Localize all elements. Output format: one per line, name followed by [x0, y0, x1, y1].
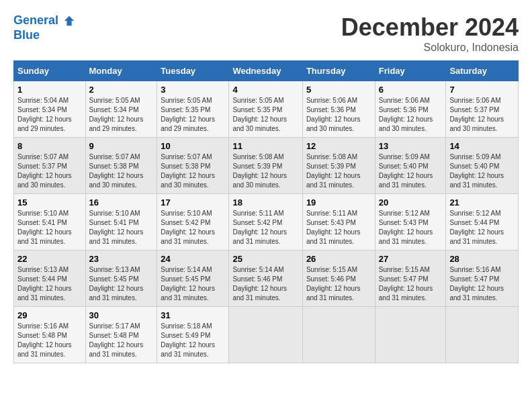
day-info: Sunrise: 5:13 AMSunset: 5:44 PMDaylight:…: [17, 266, 72, 302]
calendar-cell: [229, 307, 302, 363]
day-info: Sunrise: 5:07 AMSunset: 5:37 PMDaylight:…: [17, 153, 72, 189]
calendar-cell: 22 Sunrise: 5:13 AMSunset: 5:44 PMDaylig…: [14, 250, 86, 307]
day-info: Sunrise: 5:10 AMSunset: 5:41 PMDaylight:…: [17, 210, 72, 245]
calendar-cell: 25 Sunrise: 5:14 AMSunset: 5:46 PMDaylig…: [229, 250, 302, 307]
calendar-week-row: 8 Sunrise: 5:07 AMSunset: 5:37 PMDayligh…: [14, 138, 519, 194]
calendar-cell: 3 Sunrise: 5:05 AMSunset: 5:35 PMDayligh…: [157, 81, 229, 138]
day-number: 4: [232, 85, 298, 95]
day-number: 18: [232, 197, 298, 208]
day-info: Sunrise: 5:06 AMSunset: 5:37 PMDaylight:…: [449, 97, 504, 132]
day-number: 22: [17, 254, 82, 264]
calendar-cell: 11 Sunrise: 5:08 AMSunset: 5:39 PMDaylig…: [229, 138, 302, 194]
logo: General Blue: [13, 13, 75, 42]
day-info: Sunrise: 5:06 AMSunset: 5:36 PMDaylight:…: [379, 97, 433, 132]
day-info: Sunrise: 5:15 AMSunset: 5:46 PMDaylight:…: [306, 266, 361, 302]
weekday-header: Sunday: [14, 61, 86, 81]
day-info: Sunrise: 5:05 AMSunset: 5:34 PMDaylight:…: [89, 97, 144, 132]
calendar-cell: 20 Sunrise: 5:12 AMSunset: 5:43 PMDaylig…: [375, 194, 446, 250]
day-number: 16: [89, 197, 154, 208]
calendar-header-row: SundayMondayTuesdayWednesdayThursdayFrid…: [14, 61, 519, 81]
logo-text: General: [13, 13, 75, 28]
calendar-cell: 21 Sunrise: 5:12 AMSunset: 5:44 PMDaylig…: [446, 194, 519, 250]
logo-subtext: Blue: [13, 28, 75, 43]
calendar-cell: 5 Sunrise: 5:06 AMSunset: 5:36 PMDayligh…: [302, 81, 375, 138]
calendar-cell: 7 Sunrise: 5:06 AMSunset: 5:37 PMDayligh…: [446, 81, 519, 138]
day-info: Sunrise: 5:05 AMSunset: 5:35 PMDaylight:…: [232, 97, 287, 132]
calendar-week-row: 29 Sunrise: 5:16 AMSunset: 5:48 PMDaylig…: [14, 307, 519, 363]
day-info: Sunrise: 5:05 AMSunset: 5:35 PMDaylight:…: [161, 97, 215, 132]
month-title: December 2024: [341, 13, 519, 42]
day-number: 8: [17, 141, 82, 151]
calendar-cell: 30 Sunrise: 5:17 AMSunset: 5:48 PMDaylig…: [85, 307, 157, 363]
calendar-cell: 10 Sunrise: 5:07 AMSunset: 5:38 PMDaylig…: [157, 138, 229, 194]
day-number: 25: [232, 254, 298, 264]
day-info: Sunrise: 5:13 AMSunset: 5:45 PMDaylight:…: [89, 266, 144, 302]
location: Solokuro, Indonesia: [341, 42, 519, 54]
day-info: Sunrise: 5:15 AMSunset: 5:47 PMDaylight:…: [379, 266, 433, 302]
day-number: 12: [306, 141, 371, 151]
day-number: 3: [161, 85, 225, 95]
calendar-cell: 26 Sunrise: 5:15 AMSunset: 5:46 PMDaylig…: [302, 250, 375, 307]
day-number: 30: [89, 310, 154, 320]
day-number: 13: [379, 141, 443, 151]
calendar-cell: 17 Sunrise: 5:10 AMSunset: 5:42 PMDaylig…: [157, 194, 229, 250]
calendar-table: SundayMondayTuesdayWednesdayThursdayFrid…: [13, 60, 519, 363]
calendar-cell: 29 Sunrise: 5:16 AMSunset: 5:48 PMDaylig…: [14, 307, 86, 363]
day-info: Sunrise: 5:11 AMSunset: 5:42 PMDaylight:…: [232, 210, 287, 245]
calendar-cell: 27 Sunrise: 5:15 AMSunset: 5:47 PMDaylig…: [375, 250, 446, 307]
calendar-cell: 23 Sunrise: 5:13 AMSunset: 5:45 PMDaylig…: [85, 250, 157, 307]
day-number: 21: [449, 197, 515, 208]
day-number: 19: [306, 197, 371, 208]
day-number: 2: [89, 85, 154, 95]
day-info: Sunrise: 5:14 AMSunset: 5:45 PMDaylight:…: [161, 266, 215, 302]
day-info: Sunrise: 5:12 AMSunset: 5:44 PMDaylight:…: [449, 210, 504, 245]
day-number: 14: [449, 141, 515, 151]
calendar-cell: 15 Sunrise: 5:10 AMSunset: 5:41 PMDaylig…: [14, 194, 86, 250]
day-info: Sunrise: 5:09 AMSunset: 5:40 PMDaylight:…: [449, 153, 504, 189]
day-number: 29: [17, 310, 82, 320]
day-number: 17: [161, 197, 225, 208]
weekday-header: Tuesday: [157, 61, 229, 81]
calendar-cell: 31 Sunrise: 5:18 AMSunset: 5:49 PMDaylig…: [157, 307, 229, 363]
calendar-cell: [302, 307, 375, 363]
title-block: December 2024 Solokuro, Indonesia: [341, 13, 519, 54]
calendar-cell: 12 Sunrise: 5:08 AMSunset: 5:39 PMDaylig…: [302, 138, 375, 194]
weekday-header: Wednesday: [229, 61, 302, 81]
day-info: Sunrise: 5:08 AMSunset: 5:39 PMDaylight:…: [306, 153, 361, 189]
day-number: 28: [449, 254, 515, 264]
day-number: 11: [232, 141, 298, 151]
calendar-cell: 28 Sunrise: 5:16 AMSunset: 5:47 PMDaylig…: [446, 250, 519, 307]
day-number: 31: [161, 310, 225, 320]
day-number: 9: [89, 141, 154, 151]
day-info: Sunrise: 5:09 AMSunset: 5:40 PMDaylight:…: [379, 153, 433, 189]
day-number: 24: [161, 254, 225, 264]
day-number: 10: [161, 141, 225, 151]
day-number: 1: [17, 85, 82, 95]
day-info: Sunrise: 5:07 AMSunset: 5:38 PMDaylight:…: [89, 153, 144, 189]
calendar-cell: 13 Sunrise: 5:09 AMSunset: 5:40 PMDaylig…: [375, 138, 446, 194]
weekday-header: Thursday: [302, 61, 375, 81]
calendar-cell: 1 Sunrise: 5:04 AMSunset: 5:34 PMDayligh…: [14, 81, 86, 138]
day-number: 20: [379, 197, 443, 208]
calendar-cell: 6 Sunrise: 5:06 AMSunset: 5:36 PMDayligh…: [375, 81, 446, 138]
day-info: Sunrise: 5:16 AMSunset: 5:47 PMDaylight:…: [449, 266, 504, 302]
calendar-cell: 2 Sunrise: 5:05 AMSunset: 5:34 PMDayligh…: [85, 81, 157, 138]
calendar-cell: [446, 307, 519, 363]
day-info: Sunrise: 5:14 AMSunset: 5:46 PMDaylight:…: [232, 266, 287, 302]
calendar-cell: 9 Sunrise: 5:07 AMSunset: 5:38 PMDayligh…: [85, 138, 157, 194]
day-info: Sunrise: 5:18 AMSunset: 5:49 PMDaylight:…: [161, 322, 215, 358]
calendar-week-row: 22 Sunrise: 5:13 AMSunset: 5:44 PMDaylig…: [14, 250, 519, 307]
day-info: Sunrise: 5:10 AMSunset: 5:42 PMDaylight:…: [161, 210, 215, 245]
day-number: 5: [306, 85, 371, 95]
page-header: General Blue December 2024 Solokuro, Ind…: [13, 13, 519, 54]
calendar-cell: 8 Sunrise: 5:07 AMSunset: 5:37 PMDayligh…: [14, 138, 86, 194]
day-info: Sunrise: 5:06 AMSunset: 5:36 PMDaylight:…: [306, 97, 361, 132]
calendar-week-row: 15 Sunrise: 5:10 AMSunset: 5:41 PMDaylig…: [14, 194, 519, 250]
day-number: 23: [89, 254, 154, 264]
calendar-cell: 19 Sunrise: 5:11 AMSunset: 5:43 PMDaylig…: [302, 194, 375, 250]
day-info: Sunrise: 5:10 AMSunset: 5:41 PMDaylight:…: [89, 210, 144, 245]
weekday-header: Saturday: [446, 61, 519, 81]
weekday-header: Friday: [375, 61, 446, 81]
day-info: Sunrise: 5:16 AMSunset: 5:48 PMDaylight:…: [17, 322, 72, 358]
calendar-cell: 16 Sunrise: 5:10 AMSunset: 5:41 PMDaylig…: [85, 194, 157, 250]
